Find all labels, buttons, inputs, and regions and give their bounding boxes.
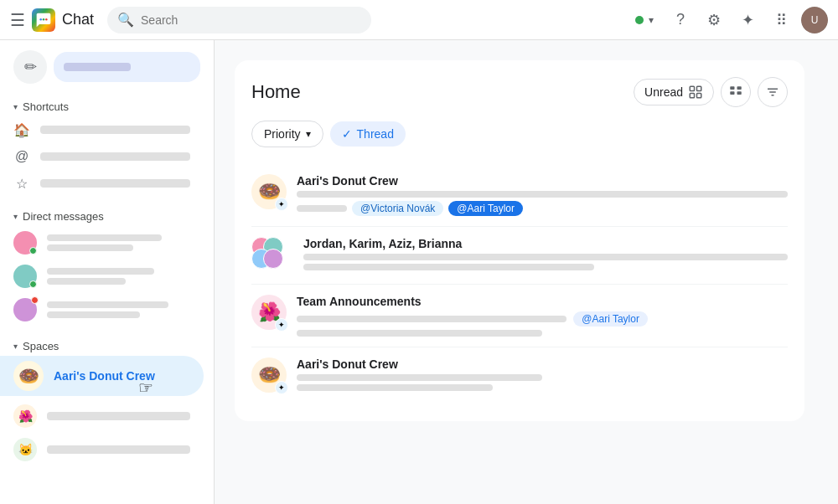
- grid-icon: [728, 85, 743, 100]
- home-label-bar: [40, 126, 190, 134]
- topbar: ☰ Chat 🔍 ▾ ? ⚙ ✦ ⠿ U: [0, 0, 838, 40]
- cursor-icon: ☞: [138, 378, 153, 398]
- chevron-down-icon: ▾: [649, 14, 654, 26]
- preview-bar-1a: [297, 191, 788, 198]
- sidebar-item-dm-3[interactable]: [0, 293, 204, 327]
- menu-icon[interactable]: ☰: [10, 10, 25, 30]
- svg-rect-6: [697, 94, 701, 98]
- svg-point-1: [43, 18, 45, 20]
- chat-item-2[interactable]: Jordan, Karim, Aziz, Brianna: [251, 227, 788, 285]
- svg-point-0: [39, 18, 42, 20]
- chat-name-3: Team Announcements: [297, 295, 788, 308]
- active-space-item[interactable]: 🍩 Aari's Donut Crew ☞: [0, 356, 204, 396]
- star-icon: ☆: [13, 175, 30, 192]
- header-actions: Unread: [634, 77, 788, 107]
- sidebar-item-space-3[interactable]: 🐱: [0, 433, 204, 466]
- dm-name-bar-3: [47, 301, 168, 308]
- svg-rect-3: [690, 86, 694, 90]
- filter-button[interactable]: [758, 77, 788, 107]
- chat-name-2: Jordan, Karim, Aziz, Brianna: [303, 237, 788, 250]
- filter-tabs: Priority ▾ ✓ Thread: [251, 121, 788, 147]
- preview-bar-2a: [303, 254, 788, 260]
- compose-label-bar: [64, 63, 131, 71]
- apps-icon[interactable]: ⠿: [768, 7, 794, 33]
- content-header: Home Unread: [251, 77, 788, 107]
- dm-avatar-3: [13, 298, 37, 321]
- svg-rect-4: [697, 86, 701, 90]
- svg-rect-8: [737, 86, 742, 90]
- sidebar-item-dm-1[interactable]: [0, 226, 204, 260]
- space-name-bar-2: [47, 412, 190, 420]
- mention-chip-victoria: @Victoria Novák: [352, 201, 443, 216]
- chat-name-1: Aari's Donut Crew: [297, 174, 788, 188]
- space-name-bar-3: [47, 445, 190, 454]
- unread-label: Unread: [644, 85, 683, 99]
- spaces-section-header[interactable]: ▾ Spaces: [0, 333, 214, 356]
- mention-row-1: @Victoria Novák @Aari Taylor: [297, 201, 788, 216]
- group-av-4: [263, 249, 283, 269]
- dm-name-bar-1: [47, 234, 162, 241]
- chat-badge-4: ✦: [275, 381, 288, 394]
- chat-preview-3: @Aari Taylor: [297, 311, 788, 327]
- svg-rect-10: [737, 91, 742, 95]
- chat-preview-4: [297, 374, 788, 391]
- starred-label-bar: [40, 179, 190, 188]
- dm-preview-bar-2: [47, 278, 126, 285]
- chat-item-3[interactable]: 🌺 ✦ Team Announcements @Aari Taylor: [251, 285, 788, 347]
- user-avatar-img: U: [801, 7, 828, 33]
- dm-text-1: [47, 234, 190, 251]
- grid-view-button[interactable]: [721, 77, 751, 107]
- shortcuts-label: Shortcuts: [23, 100, 69, 113]
- chat-avatar-1: 🍩 ✦: [251, 174, 287, 209]
- status-dot: [635, 16, 644, 24]
- avatar[interactable]: U: [801, 7, 828, 33]
- app-name: Chat: [62, 11, 94, 28]
- sidebar-item-space-2[interactable]: 🌺: [0, 399, 204, 433]
- priority-tab[interactable]: Priority ▾: [251, 121, 323, 147]
- svg-point-2: [45, 18, 48, 20]
- thread-tab[interactable]: ✓ Thread: [330, 121, 406, 147]
- preview-bar-4a: [297, 374, 542, 381]
- thread-row-3: [297, 330, 788, 337]
- main-layout: ✏ ▾ Shortcuts 🏠 @ ☆ ▾ Direct messages: [0, 40, 838, 504]
- chat-avatar-3: 🌺 ✦: [251, 295, 287, 330]
- page-title: Home: [251, 81, 301, 103]
- content-panel: Home Unread: [235, 60, 804, 421]
- assistant-icon[interactable]: ✦: [734, 7, 761, 33]
- sidebar-item-mentions[interactable]: @: [0, 143, 204, 170]
- new-chat-button[interactable]: [54, 52, 200, 82]
- direct-messages-section-header[interactable]: ▾ Direct messages: [0, 203, 214, 226]
- search-icon: 🔍: [117, 12, 134, 28]
- space-avatar-3: 🐱: [13, 438, 37, 461]
- svg-rect-9: [730, 91, 734, 95]
- chat-avatar-group-2: [251, 237, 287, 272]
- sidebar-item-starred[interactable]: ☆: [0, 170, 204, 197]
- svg-rect-7: [730, 86, 734, 90]
- svg-rect-5: [690, 94, 694, 98]
- settings-icon[interactable]: ⚙: [701, 7, 727, 33]
- shortcuts-chevron-icon: ▾: [13, 102, 18, 111]
- sidebar-item-home[interactable]: 🏠: [0, 116, 204, 143]
- preview-bar-2b: [303, 264, 594, 270]
- home-icon: 🏠: [13, 121, 30, 138]
- help-icon[interactable]: ?: [667, 7, 694, 33]
- content-area: Home Unread: [215, 40, 838, 504]
- sidebar-item-dm-2[interactable]: [0, 260, 204, 293]
- dm-avatar-1: [13, 231, 37, 255]
- search-input[interactable]: [141, 13, 361, 27]
- shortcuts-section-header[interactable]: ▾ Shortcuts: [0, 94, 214, 116]
- compose-button[interactable]: ✏: [13, 50, 47, 84]
- app-logo: [32, 8, 55, 32]
- mentions-label-bar: [40, 152, 190, 161]
- search-bar[interactable]: 🔍: [107, 7, 371, 33]
- chat-item-4[interactable]: 🍩 ✦ Aari's Donut Crew: [251, 347, 788, 404]
- dm-name-bar-2: [47, 268, 154, 275]
- sidebar: ✏ ▾ Shortcuts 🏠 @ ☆ ▾ Direct messages: [0, 40, 215, 504]
- status-button[interactable]: ▾: [628, 11, 660, 29]
- unread-button[interactable]: Unread: [634, 79, 714, 105]
- online-badge-2: [29, 280, 37, 288]
- preview-bar-4b: [297, 384, 493, 391]
- chat-avatar-4: 🍩 ✦: [251, 357, 287, 393]
- chat-item-1[interactable]: 🍩 ✦ Aari's Donut Crew @Victoria Novák @A…: [251, 164, 788, 227]
- chat-badge-1: ✦: [275, 198, 288, 211]
